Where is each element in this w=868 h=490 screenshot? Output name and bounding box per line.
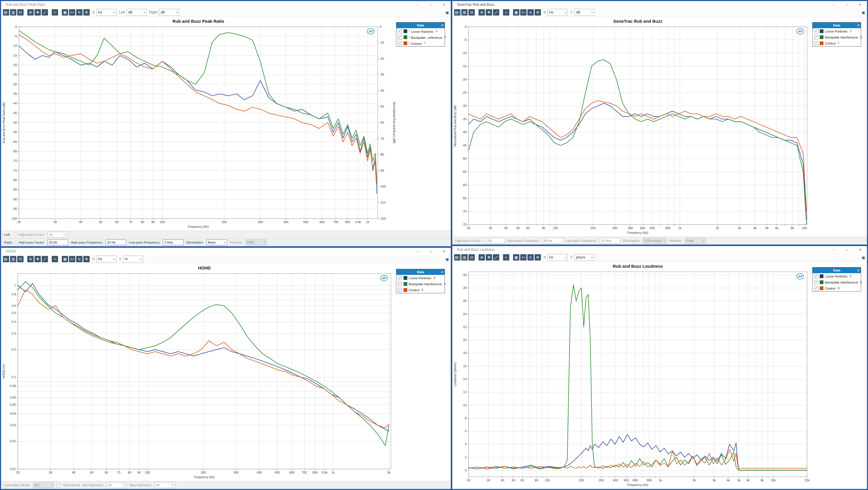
window-rub-and-buzz-loudness: Rub and Buzz Loudness – □ ✕ ▤▾▥⊟⊕✥⤢⊹▦∿▾f… — [453, 246, 867, 489]
legend-checkbox[interactable]: ✓ — [398, 35, 402, 39]
close-button[interactable]: ✕ — [854, 1, 867, 8]
print-icon[interactable]: ⊟ — [17, 256, 24, 262]
restore-button[interactable]: □ — [840, 246, 854, 253]
chart-canvas[interactable]: 2030405060801002003004005006008001k2k3k4… — [453, 17, 812, 237]
pan-icon[interactable]: ✥ — [34, 256, 41, 262]
zoom-icon[interactable]: ⊕ — [478, 9, 485, 16]
dock-icon[interactable]: ▣ — [445, 10, 449, 15]
table-icon[interactable]: ▦ — [62, 9, 68, 16]
left-units-combo[interactable]: dB▾ — [126, 9, 147, 16]
y-units-combo[interactable]: phons▾ — [574, 254, 594, 261]
legend-checkbox[interactable]: ✓ — [398, 282, 402, 286]
right-units-combo[interactable]: dB▾ — [159, 9, 179, 16]
legend-checkbox[interactable]: ✓ — [814, 274, 818, 278]
graph-icon[interactable]: ∿▾ — [520, 254, 527, 261]
legend-checkbox[interactable]: ✓ — [814, 41, 818, 46]
minimize-button[interactable]: – — [411, 1, 424, 8]
restore-button[interactable]: □ — [424, 248, 437, 255]
right-high-pass-frequency-input[interactable]: 20 Hz — [105, 239, 126, 245]
zoom-icon[interactable]: ⊕ — [27, 256, 34, 262]
x-units-combo[interactable]: Hz▾ — [96, 256, 116, 263]
legend-checkbox[interactable]: ✓ — [398, 41, 402, 46]
fit-icon[interactable]: ⤢ — [42, 256, 48, 262]
svg-text:8: 8 — [465, 416, 466, 420]
save-icon[interactable]: ▤▾ — [454, 9, 460, 16]
save-icon[interactable]: ▤▾ — [454, 254, 460, 261]
minimize-button[interactable]: – — [827, 246, 840, 253]
right-low-pass-frequency-input[interactable]: 2 kHz — [163, 239, 184, 245]
zoom-icon[interactable]: ⊕ — [478, 254, 485, 261]
zoom-icon[interactable]: ⊕ — [27, 9, 34, 16]
svg-text:80: 80 — [535, 479, 538, 482]
x-units-combo[interactable]: Hz▾ — [548, 9, 568, 16]
chart-canvas[interactable]: 2030405060801002003004005006008001k2k3k4… — [453, 262, 812, 489]
close-button[interactable]: ✕ — [437, 1, 451, 8]
settings-gear-icon[interactable]: ⚙ — [535, 9, 541, 16]
export-icon[interactable]: ▥ — [461, 254, 468, 261]
close-button[interactable]: ✕ — [437, 248, 451, 255]
export-icon[interactable]: ▥ — [461, 9, 468, 16]
cursor-icon[interactable]: ⊹ — [52, 256, 58, 262]
table-icon[interactable]: ▦ — [62, 256, 68, 262]
dock-icon[interactable]: ▣ — [862, 255, 865, 260]
y-units-combo[interactable]: %▾ — [123, 256, 143, 263]
x-units-combo[interactable]: Hz▾ — [548, 254, 568, 261]
settings-gear-icon[interactable]: ⚙ — [535, 254, 541, 261]
fx-icon[interactable]: fx — [76, 9, 83, 16]
titlebar: Rub and Buzz Loudness – □ ✕ — [453, 246, 867, 253]
fit-icon[interactable]: ⤢ — [493, 254, 499, 261]
settings-gear-icon[interactable]: ⚙ — [83, 256, 90, 262]
fit-icon[interactable]: ⤢ — [42, 9, 48, 16]
legend-checkbox[interactable]: ✓ — [398, 276, 402, 280]
x-units-combo[interactable]: Hz▾ — [96, 9, 116, 16]
export-icon[interactable]: ▥ — [10, 9, 17, 16]
minimize-button[interactable]: – — [411, 248, 424, 255]
export-icon[interactable]: ▥ — [10, 256, 17, 262]
svg-text:60: 60 — [104, 471, 108, 474]
legend-checkbox[interactable]: ✓ — [814, 35, 818, 39]
decimation-select[interactable]: None∨ — [206, 239, 227, 245]
dock-icon[interactable]: ▣ — [445, 257, 449, 261]
right-high-pass-factor-input[interactable]: 20.00 — [48, 239, 68, 245]
save-icon[interactable]: ▤▾ — [3, 9, 9, 16]
restore-button[interactable]: □ — [424, 1, 437, 8]
print-icon[interactable]: ⊟ — [468, 9, 475, 16]
close-button[interactable]: ✕ — [854, 246, 867, 253]
legend-checkbox[interactable]: ✓ — [814, 280, 818, 284]
legend-checkbox[interactable]: ✓ — [814, 286, 818, 290]
pin-icon[interactable]: ⚲ — [856, 268, 861, 272]
chart-canvas[interactable]: 2030405060708090100200300400500600700800… — [1, 17, 396, 231]
graph-icon[interactable]: ∿▾ — [69, 256, 75, 262]
legend-checkbox[interactable]: ✓ — [398, 29, 402, 33]
dock-icon[interactable]: ▣ — [862, 10, 865, 15]
pin-icon[interactable]: ⚲ — [856, 23, 861, 28]
y-units-combo[interactable]: dB▾ — [574, 9, 594, 16]
fx-icon[interactable]: fx — [527, 9, 534, 16]
svg-text:-10: -10 — [13, 44, 17, 48]
minimize-button[interactable]: – — [827, 1, 840, 8]
settings-gear-icon[interactable]: ⚙ — [83, 9, 90, 16]
pan-icon[interactable]: ✥ — [34, 9, 41, 16]
fit-icon[interactable]: ⤢ — [493, 9, 499, 16]
toolbar: ▤▾▥⊟⊕✥⤢⊹▦∿▾fx⚙XHz▾YdB▾▣ — [453, 8, 867, 17]
legend-checkbox[interactable]: ✓ — [398, 288, 402, 292]
graph-icon[interactable]: ∿▾ — [69, 9, 75, 16]
pin-icon[interactable]: ⚲ — [440, 23, 444, 28]
pan-icon[interactable]: ✥ — [486, 9, 492, 16]
table-icon[interactable]: ▦ — [513, 254, 519, 261]
chart-canvas[interactable]: 2030405060708090100200300400500600700800… — [1, 264, 396, 481]
legend-checkbox[interactable]: ✓ — [814, 29, 818, 33]
fx-icon[interactable]: fx — [527, 254, 534, 261]
print-icon[interactable]: ⊟ — [17, 9, 24, 16]
pin-icon[interactable]: ⚲ — [440, 270, 444, 274]
graph-icon[interactable]: ∿▾ — [520, 9, 527, 16]
restore-button[interactable]: □ — [840, 1, 854, 8]
pan-icon[interactable]: ✥ — [486, 254, 492, 261]
cursor-icon[interactable]: ⊹ — [52, 9, 58, 16]
print-icon[interactable]: ⊟ — [468, 254, 475, 261]
cursor-icon[interactable]: ⊹ — [503, 9, 509, 16]
fx-icon[interactable]: fx — [76, 256, 83, 262]
table-icon[interactable]: ▦ — [513, 9, 519, 16]
save-icon[interactable]: ▤▾ — [3, 256, 9, 262]
cursor-icon[interactable]: ⊹ — [503, 254, 509, 261]
